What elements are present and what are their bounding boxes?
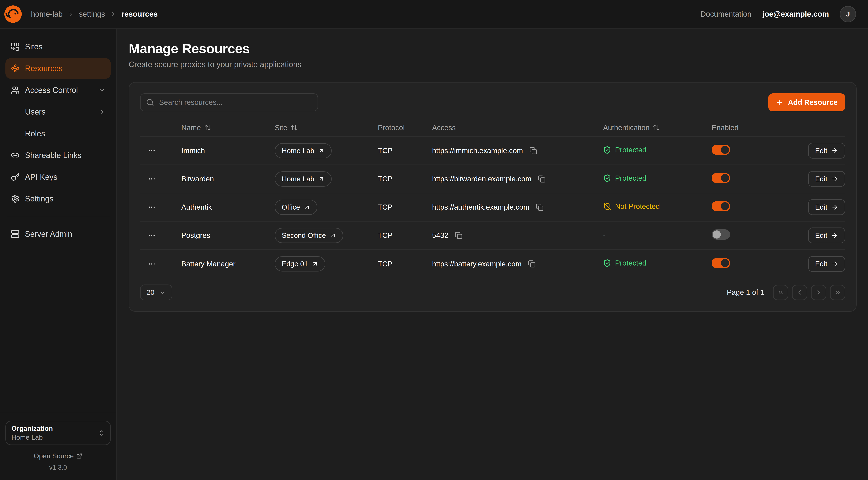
row-actions-button[interactable] [146, 229, 158, 242]
edit-button[interactable]: Edit [808, 228, 845, 243]
auth-label: Protected [615, 259, 646, 267]
site-cell: Office [275, 200, 378, 215]
name-cell: Authentik [181, 203, 275, 211]
access-link[interactable]: https://battery.example.com [432, 260, 522, 268]
sidebar-item-settings[interactable]: Settings [5, 188, 111, 209]
access-link[interactable]: https://immich.example.com [432, 146, 523, 155]
search-box [140, 93, 318, 111]
site-link-button[interactable]: Office [275, 200, 317, 215]
chevrons-right-icon [834, 289, 841, 296]
add-resource-button[interactable]: Add Resource [768, 93, 845, 111]
user-email[interactable]: joe@example.com [762, 10, 829, 19]
breadcrumb-settings[interactable]: settings [79, 10, 105, 19]
access-link[interactable]: https://authentik.example.com [432, 203, 529, 211]
sidebar-item-shareable-links[interactable]: Shareable Links [5, 145, 111, 166]
enabled-cell [712, 145, 785, 157]
sidebar-item-label: Settings [25, 194, 53, 203]
enabled-toggle[interactable] [712, 258, 730, 268]
header-enabled-label: Enabled [712, 123, 739, 132]
copy-icon [528, 260, 536, 268]
sidebar-item-sites[interactable]: Sites [5, 36, 111, 57]
protocol-label: TCP [378, 260, 393, 268]
documentation-link[interactable]: Documentation [701, 10, 752, 19]
table-row: Bitwarden Home Lab TCP https://bitwarden… [140, 165, 845, 193]
edit-button[interactable]: Edit [808, 256, 845, 272]
main-content: Manage Resources Create secure proxies t… [117, 29, 868, 480]
arrow-up-right-icon [304, 204, 310, 210]
copy-icon [455, 232, 463, 239]
enabled-toggle[interactable] [712, 173, 730, 183]
row-actions-button[interactable] [146, 258, 158, 270]
header-name[interactable]: Name [181, 123, 275, 132]
auth-status: Protected [603, 146, 646, 154]
sidebar-item-resources[interactable]: Resources [5, 58, 111, 79]
row-actions-button[interactable] [146, 173, 158, 185]
sidebar-item-users[interactable]: Users [5, 101, 111, 122]
site-link-button[interactable]: Home Lab [275, 171, 332, 187]
next-page-button[interactable] [811, 285, 826, 300]
page-size-select[interactable]: 20 [140, 284, 172, 300]
page-title: Manage Resources [129, 41, 857, 56]
ellipsis-icon [148, 203, 156, 211]
sidebar-item-server-admin[interactable]: Server Admin [5, 224, 111, 244]
app-logo[interactable] [4, 5, 22, 23]
row-actions-button[interactable] [146, 144, 158, 157]
access-cell: https://bitwarden.example.com [432, 174, 603, 184]
copy-button[interactable] [528, 146, 538, 156]
edit-button[interactable]: Edit [808, 143, 845, 158]
edit-label: Edit [815, 260, 827, 268]
chevron-down-icon [98, 87, 105, 94]
sidebar-item-label: Resources [25, 64, 63, 73]
row-actions-button[interactable] [146, 201, 158, 213]
header-authentication-label: Authentication [603, 123, 650, 132]
topbar: home-lab settings resources Documentatio… [0, 0, 868, 29]
edit-cell: Edit [785, 199, 845, 215]
enabled-toggle[interactable] [712, 229, 730, 240]
shield-check-icon [603, 174, 611, 182]
sidebar-item-access-control[interactable]: Access Control [5, 80, 111, 100]
sites-icon [11, 42, 20, 51]
edit-button[interactable]: Edit [808, 199, 845, 215]
access-cell: https://battery.example.com [432, 259, 603, 269]
access-link[interactable]: 5432 [432, 231, 448, 240]
last-page-button[interactable] [830, 285, 845, 300]
sort-icon [204, 124, 211, 131]
page-label: Page 1 of 1 [727, 288, 764, 297]
edit-button[interactable]: Edit [808, 171, 845, 187]
row-actions-cell [140, 144, 181, 157]
header-name-label: Name [181, 123, 201, 132]
first-page-button[interactable] [773, 285, 788, 300]
plus-icon [776, 99, 783, 106]
site-link-button[interactable]: Second Office [275, 228, 343, 243]
copy-button[interactable] [537, 174, 547, 184]
avatar[interactable]: J [840, 6, 856, 22]
pangolin-logo-icon [4, 5, 22, 23]
authentication-cell: Protected [603, 174, 712, 184]
resource-name: Battery Manager [181, 260, 236, 268]
copy-button[interactable] [527, 259, 537, 269]
sort-icon [290, 124, 298, 131]
auth-label: - [603, 231, 606, 240]
resources-card: Add Resource Name Site Protocol [129, 82, 857, 312]
header-authentication[interactable]: Authentication [603, 123, 712, 132]
organization-picker[interactable]: Organization Home Lab [5, 421, 111, 445]
protocol-label: TCP [378, 146, 393, 155]
breadcrumb-separator-icon [110, 11, 117, 18]
name-cell: Postgres [181, 231, 275, 240]
sidebar-item-roles[interactable]: Roles [5, 123, 111, 144]
enabled-toggle[interactable] [712, 201, 730, 211]
open-source-link[interactable]: Open Source [5, 452, 111, 460]
sidebar-item-api-keys[interactable]: API Keys [5, 167, 111, 187]
header-site[interactable]: Site [275, 123, 378, 132]
previous-page-button[interactable] [792, 285, 807, 300]
authentication-cell: Protected [603, 146, 712, 156]
enabled-toggle[interactable] [712, 145, 730, 155]
copy-button[interactable] [454, 231, 464, 240]
site-link-button[interactable]: Home Lab [275, 143, 332, 158]
access-link[interactable]: https://bitwarden.example.com [432, 175, 531, 183]
search-input[interactable] [140, 93, 318, 111]
breadcrumb-org[interactable]: home-lab [31, 10, 63, 19]
site-link-button[interactable]: Edge 01 [275, 256, 326, 271]
topbar-left: home-lab settings resources [4, 5, 158, 23]
copy-button[interactable] [535, 202, 545, 212]
